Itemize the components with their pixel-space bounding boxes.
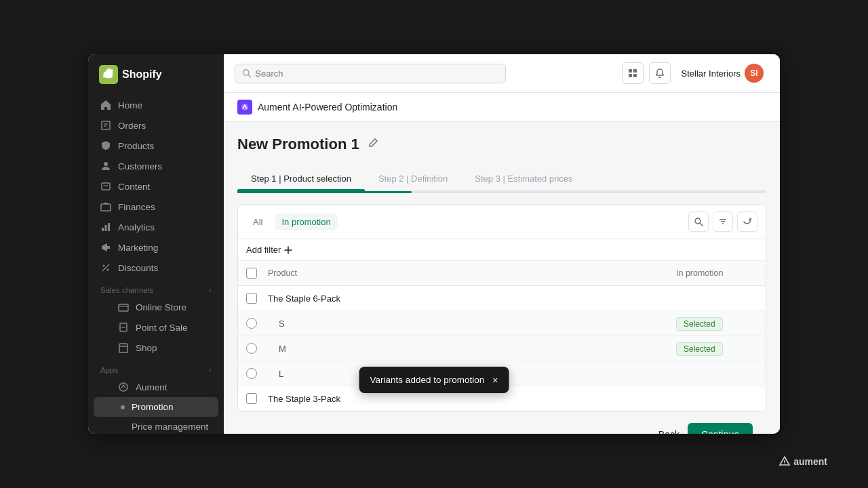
row1-checkbox[interactable] [246, 293, 257, 304]
user-menu[interactable]: Stellar Interiors SI [676, 61, 769, 85]
add-filter-button[interactable]: Add filter [246, 245, 293, 255]
sidebar-item-finances-label: Finances [118, 202, 155, 212]
continue-button[interactable]: Continue [688, 423, 753, 434]
refresh-icon [743, 217, 752, 226]
shopify-channel-btn[interactable] [622, 62, 644, 84]
topbar: Stellar Interiors SI [224, 54, 780, 93]
row1-check-col [246, 293, 268, 304]
toast-close-button[interactable]: × [492, 375, 498, 385]
table-row: S Selected [238, 311, 766, 336]
sidebar-item-price-management-label: Price management [132, 422, 208, 432]
online-store-icon [118, 302, 129, 312]
content-icon [100, 181, 111, 192]
sidebar-item-aument-label: Aument [136, 382, 167, 392]
svg-line-27 [700, 223, 703, 226]
sidebar-item-customers-label: Customers [118, 161, 162, 171]
sidebar-item-orders-label: Orders [118, 121, 146, 131]
row3-product-col: M [268, 344, 676, 354]
sidebar-item-content[interactable]: Content [94, 176, 218, 197]
aument-header-icon [237, 100, 252, 115]
sidebar-item-home[interactable]: Home [94, 95, 218, 115]
svg-rect-5 [102, 183, 110, 190]
sidebar-item-analytics-label: Analytics [118, 222, 155, 232]
sidebar-item-discounts[interactable]: Discounts [94, 258, 218, 278]
row5-checkbox[interactable] [246, 393, 257, 404]
svg-point-4 [104, 162, 108, 166]
sidebar-item-promotion-label: Promotion [132, 402, 174, 412]
sidebar-item-pos-label: Point of Sale [136, 323, 188, 333]
filter-tab-in-promotion[interactable]: In promotion [275, 214, 337, 230]
bell-icon [654, 68, 665, 79]
row5-product-name: The Staple 3-Pack [268, 394, 340, 404]
header-checkbox-col [246, 268, 268, 279]
sidebar-item-price-management[interactable]: Price management [94, 417, 218, 434]
sidebar-item-shop-label: Shop [136, 343, 157, 353]
svg-rect-15 [119, 304, 128, 311]
row2-product-col: S [268, 319, 676, 329]
edit-title-button[interactable] [366, 136, 380, 152]
row5-check-col [246, 393, 268, 404]
edit-icon [368, 138, 378, 148]
row3-checkbox[interactable] [246, 343, 257, 354]
products-icon [100, 140, 111, 151]
aument-bottom-logo: aument [778, 455, 827, 468]
sidebar-item-point-of-sale[interactable]: Point of Sale [94, 317, 218, 338]
sidebar-item-customers[interactable]: Customers [94, 156, 218, 176]
row1-product-name: The Staple 6-Pack [268, 293, 340, 304]
sidebar-item-products-label: Products [118, 141, 154, 151]
sidebar-item-home-label: Home [118, 100, 142, 110]
search-filter-icon [694, 217, 703, 226]
select-all-checkbox[interactable] [246, 268, 257, 279]
search-input[interactable] [255, 68, 498, 79]
add-filter-label: Add filter [246, 245, 281, 255]
steps-navigation: Step 1 | Product selection Step 2 | Defi… [237, 167, 766, 191]
page-title: New Promotion 1 [237, 136, 359, 153]
search-bar[interactable] [235, 64, 506, 83]
sidebar-item-online-store[interactable]: Online Store [94, 297, 218, 317]
sidebar-item-products[interactable]: Products [94, 136, 218, 156]
svg-rect-8 [102, 228, 104, 231]
row2-checkbox[interactable] [246, 318, 257, 329]
svg-rect-11 [107, 246, 110, 249]
step-progress-fill [237, 191, 412, 193]
page-title-row: New Promotion 1 [237, 136, 766, 153]
step2-label: Step 2 | Definition [378, 174, 448, 184]
row4-check-col [246, 368, 268, 379]
add-filter-row: Add filter [238, 239, 766, 261]
sidebar-item-promotion[interactable]: Promotion [94, 397, 218, 417]
notifications-btn[interactable] [649, 62, 671, 84]
svg-point-35 [784, 464, 785, 465]
aument-nav-icon [118, 382, 129, 392]
sales-channels-label: Sales channels [100, 286, 153, 294]
sidebar-item-analytics[interactable]: Analytics [94, 217, 218, 237]
refresh-btn[interactable] [737, 211, 757, 232]
row4-checkbox[interactable] [246, 368, 257, 379]
sidebar-item-aument[interactable]: Aument [94, 377, 218, 397]
sidebar-item-shop[interactable]: Shop [94, 338, 218, 358]
step2-tab[interactable]: Step 2 | Definition [365, 167, 461, 190]
svg-point-12 [103, 265, 105, 267]
row2-promotion-col: Selected [676, 318, 757, 329]
sort-filter-btn[interactable] [713, 211, 733, 232]
apps-label: Apps [100, 366, 118, 374]
step1-label: Step 1 | Product selection [251, 174, 351, 184]
step1-tab[interactable]: Step 1 | Product selection [237, 167, 365, 190]
sidebar-item-marketing[interactable]: Marketing [94, 237, 218, 258]
topbar-actions: Stellar Interiors SI [622, 61, 769, 85]
user-avatar: SI [745, 64, 764, 83]
step3-tab[interactable]: Step 3 | Estimated prices [461, 167, 586, 190]
sidebar-item-orders[interactable]: Orders [94, 115, 218, 136]
analytics-icon [100, 222, 111, 232]
svg-rect-24 [633, 74, 637, 77]
shopify-logo[interactable]: Shopify [99, 65, 162, 84]
search-filter-btn[interactable] [688, 211, 709, 232]
search-icon [242, 68, 251, 78]
row1-product-col: The Staple 6-Pack [268, 293, 676, 304]
sidebar-header: Shopify [88, 54, 224, 92]
table-row: The Staple 6-Pack [238, 286, 766, 311]
shop-icon [118, 342, 129, 353]
toast-notification: Variants added to promotion × [359, 367, 509, 393]
back-button[interactable]: Back [658, 429, 679, 434]
filter-tab-all[interactable]: All [246, 214, 269, 230]
sidebar-item-finances[interactable]: Finances [94, 197, 218, 217]
